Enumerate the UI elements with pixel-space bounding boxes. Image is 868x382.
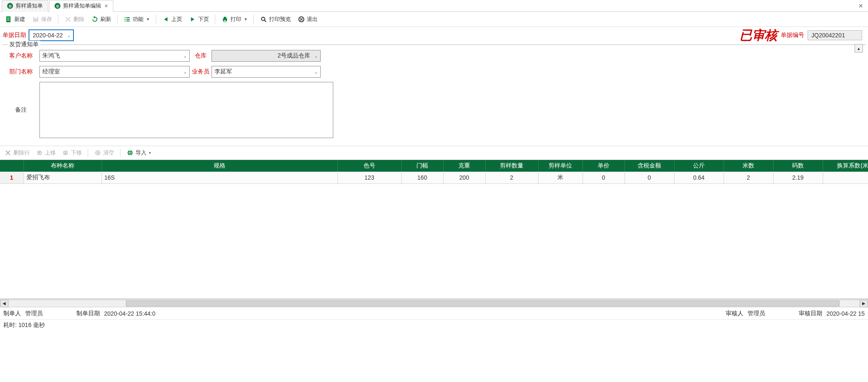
sales-select[interactable]: 李延军 ⌄ bbox=[212, 66, 321, 78]
window-close-icon[interactable]: × bbox=[858, 2, 863, 10]
chevron-down-icon: ▼ bbox=[244, 17, 248, 21]
col-qty[interactable]: 剪样数量 bbox=[485, 160, 538, 172]
svg-rect-7 bbox=[126, 17, 130, 18]
globe-icon: ⊕ bbox=[7, 3, 13, 9]
separator bbox=[117, 15, 118, 24]
col-fabric-name[interactable]: 布种名称 bbox=[24, 160, 102, 172]
svg-rect-8 bbox=[125, 19, 125, 20]
col-spec[interactable]: 规格 bbox=[102, 160, 337, 172]
save-button[interactable]: 保存 bbox=[29, 14, 55, 24]
printer-icon bbox=[221, 16, 229, 23]
preview-button[interactable]: 打印预览 bbox=[257, 14, 293, 24]
fieldset-legend: 发货通知单 bbox=[8, 41, 40, 48]
maker-label: 制单人 bbox=[3, 310, 21, 317]
import-button[interactable]: 导入 ▾ bbox=[125, 148, 153, 157]
tab-sample-notice-edit[interactable]: ⊕ 剪样通知单编辑 × bbox=[49, 0, 113, 12]
maker-value: 管理员 bbox=[25, 310, 43, 317]
cell-spec[interactable]: 16S bbox=[102, 172, 337, 183]
close-icon[interactable]: × bbox=[105, 3, 108, 9]
function-label: 功能 bbox=[133, 16, 144, 23]
tab-sample-notice[interactable]: ⊕ 剪样通知单 bbox=[2, 0, 48, 12]
makedate-value: 2020-04-22 15:44:0 bbox=[104, 310, 155, 317]
print-button[interactable]: 打印 ▼ bbox=[219, 14, 250, 24]
grid-toolbar: 删除行 上移 下移 清空 导入 ▾ bbox=[0, 146, 868, 160]
col-coef[interactable]: 换算系数(米/公斤) bbox=[823, 160, 868, 172]
remark-textarea[interactable] bbox=[39, 82, 333, 138]
dept-value: 经理室 bbox=[42, 68, 60, 76]
auditdate-value: 2020-04-22 15 bbox=[826, 310, 865, 317]
move-down-button[interactable]: 下移 bbox=[60, 148, 84, 157]
col-m[interactable]: 米数 bbox=[724, 160, 773, 172]
cell-yd[interactable]: 2.19 bbox=[773, 172, 823, 183]
cell-width[interactable]: 160 bbox=[401, 172, 443, 183]
separator bbox=[156, 15, 156, 24]
col-width[interactable]: 门幅 bbox=[401, 160, 443, 172]
cell-weight[interactable]: 200 bbox=[443, 172, 485, 183]
scroll-thumb[interactable] bbox=[126, 301, 839, 306]
print-label: 打印 bbox=[230, 16, 241, 23]
svg-rect-1 bbox=[7, 18, 10, 18]
move-down-label: 下移 bbox=[71, 149, 82, 157]
customer-select[interactable]: 朱鸿飞 ⌄ bbox=[39, 50, 190, 62]
function-button[interactable]: 功能 ▼ bbox=[121, 14, 152, 24]
cell-name[interactable]: 爱招飞布 bbox=[24, 172, 102, 183]
scroll-left-button[interactable]: ◀ bbox=[0, 300, 8, 307]
delete-button[interactable]: 删除 bbox=[62, 14, 87, 24]
cell-qty[interactable]: 2 bbox=[485, 172, 538, 183]
grid-header-row: 布种名称 规格 色号 门幅 克重 剪样数量 剪样单位 单价 含税金额 公斤 米数… bbox=[0, 160, 868, 172]
col-yd[interactable]: 码数 bbox=[773, 160, 823, 172]
sales-label: 业务员 bbox=[190, 68, 212, 76]
col-weight[interactable]: 克重 bbox=[443, 160, 485, 172]
col-color[interactable]: 色号 bbox=[337, 160, 401, 172]
chevron-down-icon: ⌄ bbox=[67, 33, 71, 38]
col-price[interactable]: 单价 bbox=[583, 160, 625, 172]
horizontal-scrollbar[interactable]: ◀ ▶ bbox=[0, 299, 868, 307]
next-button[interactable]: 下页 bbox=[186, 14, 212, 24]
refresh-button[interactable]: 刷新 bbox=[89, 14, 114, 24]
prev-button[interactable]: 上页 bbox=[159, 14, 185, 24]
col-amount[interactable]: 含税金额 bbox=[625, 160, 674, 172]
date-picker[interactable]: 2020-04-22 ⌄ bbox=[29, 29, 74, 41]
next-label: 下页 bbox=[198, 16, 209, 23]
cell-coef[interactable]: 3.125 bbox=[823, 172, 868, 183]
search-icon bbox=[260, 16, 267, 23]
clear-button[interactable]: 清空 bbox=[92, 148, 116, 157]
double-chevron-up-icon: ▴ bbox=[858, 46, 860, 51]
date-label: 单据日期 bbox=[3, 31, 26, 39]
cell-rownum[interactable]: 1 bbox=[0, 172, 24, 183]
cell-kg[interactable]: 0.64 bbox=[674, 172, 724, 183]
clear-label: 清空 bbox=[103, 149, 114, 157]
warehouse-select[interactable]: 2号成品仓库 ⌄ bbox=[212, 50, 321, 62]
exit-icon bbox=[298, 16, 305, 23]
move-up-button[interactable]: 上移 bbox=[34, 148, 58, 157]
col-unit[interactable]: 剪样单位 bbox=[538, 160, 583, 172]
chevron-down-icon: ▾ bbox=[149, 151, 151, 155]
cell-unit[interactable]: 米 bbox=[538, 172, 583, 183]
col-kg[interactable]: 公斤 bbox=[674, 160, 724, 172]
globe-icon: ⊕ bbox=[55, 3, 60, 9]
collapse-toggle[interactable]: ▴ bbox=[855, 44, 863, 52]
delete-row-button[interactable]: 删除行 bbox=[3, 148, 31, 157]
triangle-right-icon bbox=[189, 16, 196, 23]
warehouse-value: 2号成品仓库 bbox=[277, 52, 310, 60]
delete-label: 删除 bbox=[73, 16, 84, 23]
svg-rect-5 bbox=[34, 17, 37, 18]
table-row[interactable]: 1 爱招飞布 16S 123 160 200 2 米 0 0 0.64 2 2.… bbox=[0, 172, 868, 183]
dept-select[interactable]: 经理室 ⌄ bbox=[39, 66, 190, 78]
cell-price[interactable]: 0 bbox=[583, 172, 625, 183]
chevron-down-icon: ▼ bbox=[146, 17, 150, 21]
separator bbox=[254, 15, 254, 24]
chevron-down-icon: ⌄ bbox=[183, 54, 187, 58]
cell-m[interactable]: 2 bbox=[724, 172, 773, 183]
col-rownum[interactable] bbox=[0, 160, 24, 172]
scroll-track[interactable] bbox=[8, 300, 860, 307]
svg-rect-2 bbox=[7, 19, 10, 19]
cell-amount[interactable]: 0 bbox=[625, 172, 674, 183]
globe-icon bbox=[126, 149, 134, 157]
refresh-icon bbox=[91, 16, 99, 23]
scroll-right-button[interactable]: ▶ bbox=[860, 300, 868, 307]
auditor-label: 审核人 bbox=[726, 310, 743, 317]
exit-button[interactable]: 退出 bbox=[295, 14, 320, 24]
new-button[interactable]: 新建 bbox=[3, 14, 28, 24]
cell-color[interactable]: 123 bbox=[337, 172, 401, 183]
